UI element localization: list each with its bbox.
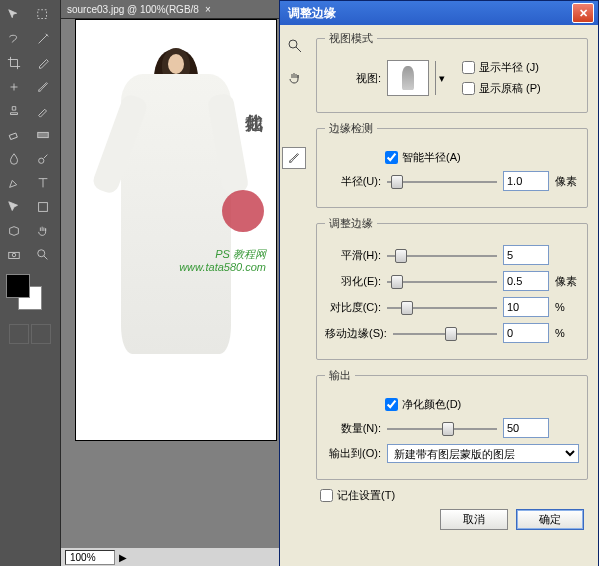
- svg-point-3: [39, 158, 44, 163]
- ok-button[interactable]: 确定: [516, 509, 584, 530]
- svg-rect-1: [9, 133, 17, 140]
- view-mode-group: 视图模式 视图: ▾ 显示半径 (J) 显示原稿 (P): [316, 31, 588, 113]
- color-swatches[interactable]: [2, 274, 58, 314]
- amount-slider[interactable]: [387, 421, 497, 435]
- path-tool[interactable]: [2, 196, 26, 218]
- output-legend: 输出: [325, 368, 355, 383]
- quickmask-off[interactable]: [9, 324, 29, 344]
- refine-brush-tool[interactable]: [282, 147, 306, 169]
- smooth-slider[interactable]: [387, 248, 497, 262]
- adjust-edge-group: 调整边缘 平滑(H): 羽化(E): 像素 对比度(C):: [316, 216, 588, 360]
- decontaminate-check[interactable]: 净化颜色(D): [385, 397, 461, 412]
- type-tool[interactable]: [31, 172, 55, 194]
- image-canvas: 他如我你 PS 教程网 www.tata580.com: [75, 19, 277, 441]
- tab-title: source03.jpg @ 100%(RGB/8: [67, 4, 199, 15]
- show-radius-check[interactable]: 显示半径 (J): [462, 60, 541, 75]
- remember-check[interactable]: 记住设置(T): [320, 488, 395, 503]
- contrast-input[interactable]: [503, 297, 549, 317]
- fg-color[interactable]: [6, 274, 30, 298]
- brush-tool[interactable]: [31, 76, 55, 98]
- smooth-label: 平滑(H):: [325, 248, 381, 263]
- amount-input[interactable]: [503, 418, 549, 438]
- stamp-tool[interactable]: [2, 100, 26, 122]
- feather-label: 羽化(E):: [325, 274, 381, 289]
- gradient-tool[interactable]: [31, 124, 55, 146]
- svg-rect-2: [38, 132, 49, 137]
- zoom-input[interactable]: 100%: [65, 550, 115, 565]
- smooth-input[interactable]: [503, 245, 549, 265]
- cancel-button[interactable]: 取消: [440, 509, 508, 530]
- radius-slider[interactable]: [387, 174, 497, 188]
- eyedropper-tool[interactable]: [31, 52, 55, 74]
- 3d-tool[interactable]: [2, 220, 26, 242]
- radius-label: 半径(U):: [325, 174, 381, 189]
- history-brush-tool[interactable]: [31, 100, 55, 122]
- svg-rect-0: [38, 10, 47, 19]
- edge-detect-legend: 边缘检测: [325, 121, 377, 136]
- svg-rect-4: [39, 203, 48, 212]
- feather-input[interactable]: [503, 271, 549, 291]
- view-mode-legend: 视图模式: [325, 31, 377, 46]
- shape-tool[interactable]: [31, 196, 55, 218]
- zoom-tool[interactable]: [31, 244, 55, 266]
- view-menu-button[interactable]: ▾: [435, 61, 448, 95]
- wand-tool[interactable]: [31, 28, 55, 50]
- dialog-close-button[interactable]: ✕: [572, 3, 594, 23]
- svg-point-6: [12, 253, 16, 257]
- move-tool[interactable]: [2, 4, 26, 26]
- dodge-tool[interactable]: [31, 148, 55, 170]
- contrast-unit: %: [555, 301, 579, 313]
- shift-unit: %: [555, 327, 579, 339]
- output-to-label: 输出到(O):: [325, 446, 381, 461]
- feather-slider[interactable]: [387, 274, 497, 288]
- radius-input[interactable]: [503, 171, 549, 191]
- output-group: 输出 净化颜色(D) 数量(N): 输出到(O): 新建带有图层蒙版的图层: [316, 368, 588, 480]
- svg-point-8: [289, 40, 297, 48]
- tools-panel: [0, 0, 61, 566]
- refine-edge-dialog: 调整边缘 ✕ 视图模式 视图: ▾ 显示半径 (J): [279, 0, 599, 566]
- pen-tool[interactable]: [2, 172, 26, 194]
- heal-tool[interactable]: [2, 76, 26, 98]
- watermark-url: PS 教程网 www.tata580.com: [179, 248, 266, 274]
- hand-tool[interactable]: [31, 220, 55, 242]
- shift-label: 移动边缘(S):: [325, 326, 387, 341]
- eraser-tool[interactable]: [2, 124, 26, 146]
- blur-tool[interactable]: [2, 148, 26, 170]
- dialog-titlebar[interactable]: 调整边缘 ✕: [280, 1, 598, 25]
- camera-tool[interactable]: [2, 244, 26, 266]
- hand-icon[interactable]: [286, 69, 304, 87]
- quickmask-on[interactable]: [31, 324, 51, 344]
- show-original-check[interactable]: 显示原稿 (P): [462, 81, 541, 96]
- shift-slider[interactable]: [393, 326, 497, 340]
- amount-label: 数量(N):: [325, 421, 381, 436]
- feather-unit: 像素: [555, 274, 579, 289]
- contrast-label: 对比度(C):: [325, 300, 381, 315]
- marquee-tool[interactable]: [31, 4, 55, 26]
- dialog-title: 调整边缘: [288, 5, 336, 22]
- radius-unit: 像素: [555, 174, 579, 189]
- watermark-stamp: [222, 190, 264, 232]
- close-icon[interactable]: ×: [205, 4, 211, 15]
- contrast-slider[interactable]: [387, 300, 497, 314]
- shift-input[interactable]: [503, 323, 549, 343]
- view-label: 视图:: [325, 71, 381, 86]
- lasso-tool[interactable]: [2, 28, 26, 50]
- adjust-legend: 调整边缘: [325, 216, 377, 231]
- zoom-icon[interactable]: [286, 37, 304, 55]
- view-thumbnail[interactable]: [387, 60, 429, 96]
- edge-detect-group: 边缘检测 智能半径(A) 半径(U): 像素: [316, 121, 588, 208]
- output-to-select[interactable]: 新建带有图层蒙版的图层: [387, 444, 579, 463]
- crop-tool[interactable]: [2, 52, 26, 74]
- smart-radius-check[interactable]: 智能半径(A): [385, 150, 461, 165]
- svg-point-7: [38, 250, 45, 257]
